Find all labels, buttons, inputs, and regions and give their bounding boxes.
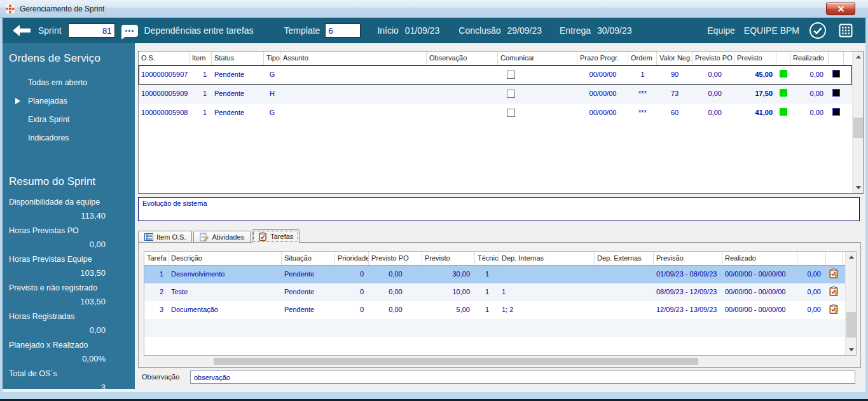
scrollbar-up-button[interactable] xyxy=(853,51,864,62)
col-comunicar[interactable]: Comunicar xyxy=(498,51,577,65)
cell-assunto xyxy=(280,104,427,123)
comment-ellipsis-button[interactable] xyxy=(121,25,138,37)
col-item[interactable]: Item xyxy=(189,51,212,65)
cell-status: Pendente xyxy=(212,85,264,104)
register-hours-icon[interactable] xyxy=(829,304,839,315)
cell-comunicar xyxy=(498,65,577,85)
tab-atividades[interactable]: Atividades xyxy=(193,231,251,243)
os-table-row[interactable]: 100000005907 1 Pendente G 00/00/00 1 90 … xyxy=(139,65,852,85)
register-hours-icon[interactable] xyxy=(829,286,839,297)
check-circle-icon xyxy=(809,22,827,39)
col-tarefa[interactable]: Tarefa xyxy=(144,252,169,265)
cell-blank xyxy=(844,104,852,123)
col-observacao[interactable]: Observação xyxy=(427,51,498,65)
chevron-down-icon xyxy=(856,186,861,189)
back-button[interactable] xyxy=(13,24,32,37)
col-os[interactable]: O.S. xyxy=(139,51,189,65)
cell-previsto-status xyxy=(776,65,790,85)
cell-observacao xyxy=(427,85,498,104)
col-previsto[interactable]: Previsto xyxy=(734,51,776,65)
col-situacao[interactable]: Situação xyxy=(282,252,335,265)
task-row[interactable]: 2 Teste Pendente 0 0,00 10,00 1 1 08/09/… xyxy=(144,283,845,301)
template-input[interactable] xyxy=(325,24,361,37)
chevron-up-icon xyxy=(856,55,861,58)
sidebar-item-extra-sprint[interactable]: Extra Sprint xyxy=(3,111,135,129)
sprint-input[interactable] xyxy=(68,24,115,37)
task-table-scrollbar[interactable] xyxy=(845,252,856,355)
tab-item-os[interactable]: Item O.S. xyxy=(138,231,192,243)
cell-situacao: Pendente xyxy=(282,283,335,301)
scrollbar-down-button[interactable] xyxy=(846,344,857,355)
col-previsto-po[interactable]: Previsto PO xyxy=(692,51,734,65)
col-tipo[interactable]: Tipo xyxy=(264,51,280,65)
col-tecnicos[interactable]: Técnicos xyxy=(475,252,499,265)
summary-label: Previsto e não registrado xyxy=(3,282,135,295)
hscrollbar-thumb[interactable] xyxy=(214,358,698,365)
cell-situacao: Pendente xyxy=(282,266,335,283)
sidebar-item-planejadas[interactable]: Planejadas xyxy=(3,92,135,111)
col-prazo[interactable]: Prazo Progr. xyxy=(577,51,628,65)
sidebar-item-todas-em-aberto[interactable]: Todas em aberto xyxy=(3,74,135,92)
col-previsto-po[interactable]: Previsto PO xyxy=(369,252,422,265)
tab-tarefas[interactable]: Tarefas xyxy=(252,229,300,243)
col-descricao[interactable]: Descrição xyxy=(169,252,282,265)
content-area: Ordens de Serviço Todas em aberto Planej… xyxy=(3,43,865,392)
col-realizado[interactable]: Realizado xyxy=(790,51,829,65)
summary-item: Disponibilidade da equipe113,40 xyxy=(3,196,135,222)
cell-realizado-periodo: 00/00/00 - 00/00/00 xyxy=(722,266,797,283)
cell-status: Pendente xyxy=(212,104,264,123)
comunicar-checkbox[interactable] xyxy=(507,90,515,98)
summary-value: 0,00 xyxy=(3,238,135,251)
summary-label: Horas Registradas xyxy=(3,310,135,323)
col-previsao[interactable]: Previsão xyxy=(654,252,722,265)
close-button[interactable] xyxy=(826,3,855,15)
clipboard-check-icon xyxy=(258,232,267,241)
cell-previsto: 17,50 xyxy=(734,85,776,104)
cell-prazo: 00/00/00 xyxy=(577,104,628,123)
register-hours-icon[interactable] xyxy=(829,268,839,279)
black-status-icon xyxy=(832,108,840,116)
col-dep-externas[interactable]: Dep. Externas xyxy=(595,252,654,265)
cell-prioridade: 0 xyxy=(335,283,369,301)
col-dep-internas[interactable]: Dep. Internas xyxy=(499,252,595,265)
calculator-button[interactable] xyxy=(836,21,855,40)
col-assunto[interactable]: Assunto xyxy=(280,51,427,65)
sidebar-item-indicadores[interactable]: Indicadores xyxy=(3,129,135,147)
cell-descricao: Documentação xyxy=(169,301,282,319)
col-realizado[interactable]: Realizado xyxy=(722,252,797,265)
col-previsto[interactable]: Previsto xyxy=(422,252,475,265)
task-row[interactable]: 1 Desenvolvimento Pendente 0 0,00 30,00 … xyxy=(144,266,845,283)
cell-observacao xyxy=(427,65,498,85)
os-table-row[interactable]: 100000005908 1 Pendente G 00/00/00 *** 6… xyxy=(139,104,852,123)
col-status[interactable]: Status xyxy=(212,51,264,65)
summary-label: Horas Previstas Equipe xyxy=(3,253,135,266)
task-row[interactable]: 3 Documentação Pendente 0 0,00 5,00 1 1;… xyxy=(144,301,845,319)
os-table-row[interactable]: 100000005909 1 Pendente H 00/00/00 *** 7… xyxy=(139,85,852,104)
summary-label: Horas Previstas PO xyxy=(3,224,135,238)
cell-previsao: 01/09/23 - 08/09/23 xyxy=(654,266,722,283)
scrollbar-up-button[interactable] xyxy=(846,252,857,262)
confirm-button[interactable] xyxy=(808,21,827,40)
cell-os: 100000005907 xyxy=(139,65,189,85)
cell-tarefa: 3 xyxy=(144,301,169,319)
comunicar-checkbox[interactable] xyxy=(507,109,515,117)
observacao-input[interactable] xyxy=(190,370,855,384)
cell-tecnicos: 1 xyxy=(475,301,499,319)
os-table-scrollbar[interactable] xyxy=(852,51,863,193)
col-ordem[interactable]: Ordem xyxy=(628,51,657,65)
cell-previsto-po: 0,00 xyxy=(692,85,734,104)
task-table-hscrollbar[interactable] xyxy=(144,357,857,365)
col-valor-neg[interactable]: Valor Neg. xyxy=(657,51,692,65)
os-table: O.S. Item Status Tipo Assunto Observação… xyxy=(138,51,864,194)
cell-previsto-po: 0,00 xyxy=(369,301,422,319)
cell-previsto: 5,00 xyxy=(422,301,475,319)
col-prioridade[interactable]: Prioridade xyxy=(335,252,369,265)
cell-dep-externas xyxy=(595,301,654,319)
scrollbar-down-button[interactable] xyxy=(853,182,864,193)
scrollbar-thumb[interactable] xyxy=(853,118,863,138)
cell-ordem: *** xyxy=(628,85,657,104)
comunicar-checkbox[interactable] xyxy=(507,71,515,79)
scrollbar-thumb[interactable] xyxy=(846,312,856,337)
col-blank xyxy=(829,51,844,65)
assunto-textarea[interactable]: Evolução de sistema xyxy=(138,197,860,221)
